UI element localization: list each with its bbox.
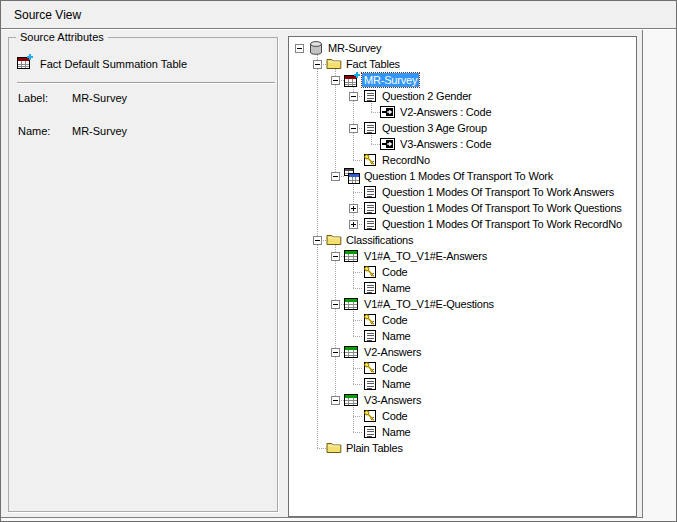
title-separator: [1, 28, 676, 30]
key-icon: [362, 408, 378, 424]
tree-node-label[interactable]: Question 1 Modes Of Transport To Work An…: [380, 185, 616, 199]
tree-node-label[interactable]: Classifications: [344, 233, 415, 247]
tree-node-label[interactable]: Code: [380, 361, 410, 375]
fact-table-icon: [17, 54, 33, 70]
list-icon: [362, 184, 378, 200]
bottom-gutter: [1, 518, 642, 521]
tree-row[interactable]: Question 1 Modes Of Transport To Work Re…: [290, 216, 635, 232]
tree-node-label[interactable]: Question 3 Age Group: [380, 121, 489, 135]
expander-minus-icon[interactable]: [331, 300, 340, 309]
tree-node-label[interactable]: Question 1 Modes Of Transport To Work Re…: [380, 217, 624, 231]
tree-row[interactable]: V2-Answers : Code: [290, 104, 635, 120]
tree-node-label[interactable]: Question 1 Modes Of Transport To Work: [362, 169, 555, 183]
tree-node-label[interactable]: V3-Answers: [362, 393, 423, 407]
tree-row[interactable]: Name: [290, 328, 635, 344]
arrow-into-icon: [380, 136, 396, 152]
expander-minus-icon[interactable]: [313, 60, 322, 69]
key-icon: [362, 264, 378, 280]
tree-node-label[interactable]: MR-Survey: [326, 41, 383, 55]
tree-row[interactable]: Name: [290, 376, 635, 392]
tree-node-label[interactable]: V1#A_TO_V1#E-Questions: [362, 297, 496, 311]
list-icon: [362, 200, 378, 216]
tree-row[interactable]: V1#A_TO_V1#E-Answers: [290, 248, 635, 264]
attributes-separator: [17, 82, 275, 84]
tree-row[interactable]: Code: [290, 264, 635, 280]
tree-row[interactable]: Classifications: [290, 232, 635, 248]
tree-node-label[interactable]: Question 2 Gender: [380, 89, 474, 103]
expander-minus-icon[interactable]: [331, 172, 340, 181]
tree-row[interactable]: Name: [290, 424, 635, 440]
tree-node-label[interactable]: V2-Answers : Code: [398, 105, 493, 119]
tree-row[interactable]: V1#A_TO_V1#E-Questions: [290, 296, 635, 312]
tree-node-label[interactable]: Name: [380, 281, 413, 295]
expander-minus-icon[interactable]: [331, 252, 340, 261]
tree-node-label[interactable]: V1#A_TO_V1#E-Answers: [362, 249, 489, 263]
tree-row[interactable]: Question 1 Modes Of Transport To Work: [290, 168, 635, 184]
multi-table-icon: [344, 168, 360, 184]
tree-row[interactable]: Question 3 Age Group: [290, 120, 635, 136]
tree-row[interactable]: Code: [290, 312, 635, 328]
tree-row[interactable]: Code: [290, 360, 635, 376]
tree-row[interactable]: Question 1 Modes Of Transport To Work Qu…: [290, 200, 635, 216]
class-table-icon: [344, 248, 360, 264]
expander-minus-icon[interactable]: [349, 92, 358, 101]
expander-plus-icon[interactable]: [349, 220, 358, 229]
tree-row[interactable]: Name: [290, 280, 635, 296]
expander-minus-icon[interactable]: [349, 124, 358, 133]
name-field-caption: Name:: [18, 125, 50, 137]
group-title: Source Attributes: [16, 31, 108, 43]
tree-row[interactable]: Fact Tables: [290, 56, 635, 72]
tree-node-label[interactable]: V3-Answers : Code: [398, 137, 493, 151]
folder-icon: [326, 56, 342, 72]
source-attributes-groupbox: [8, 37, 278, 512]
tree-node-label[interactable]: Name: [380, 425, 413, 439]
folder-icon: [326, 440, 342, 456]
tree-node-label[interactable]: Code: [380, 265, 410, 279]
expander-minus-icon[interactable]: [331, 396, 340, 405]
list-icon: [362, 376, 378, 392]
tree-node-label[interactable]: V2-Answers: [362, 345, 423, 359]
tree-node-label[interactable]: RecordNo: [380, 153, 432, 167]
tree-node-label[interactable]: MR-Survey: [362, 73, 419, 87]
right-gutter: [643, 30, 676, 521]
expander-minus-icon[interactable]: [313, 236, 322, 245]
tree-node-label[interactable]: Plain Tables: [344, 441, 405, 455]
tree-node-label[interactable]: Question 1 Modes Of Transport To Work Qu…: [380, 201, 624, 215]
tree-row[interactable]: MR-Survey: [290, 72, 635, 88]
class-table-icon: [344, 296, 360, 312]
tree-node-label[interactable]: Code: [380, 313, 410, 327]
tree-node-label[interactable]: Code: [380, 409, 410, 423]
tree-node-label[interactable]: Name: [380, 377, 413, 391]
tree-row[interactable]: Question 2 Gender: [290, 88, 635, 104]
fact-table-icon: [344, 72, 360, 88]
expander-plus-icon[interactable]: [349, 204, 358, 213]
key-icon: [362, 152, 378, 168]
key-icon: [362, 360, 378, 376]
tree-row[interactable]: V3-Answers : Code: [290, 136, 635, 152]
expander-minus-icon[interactable]: [331, 76, 340, 85]
list-icon: [362, 424, 378, 440]
source-tree-content[interactable]: MR-Survey Fact Tables MR-Survey Question…: [290, 38, 635, 515]
list-icon: [362, 88, 378, 104]
tree-row[interactable]: Plain Tables: [290, 440, 635, 456]
tree-row[interactable]: Code: [290, 408, 635, 424]
expander-minus-icon[interactable]: [331, 348, 340, 357]
table-type-label: Fact Default Summation Table: [40, 58, 187, 70]
label-field-caption: Label:: [18, 92, 48, 104]
tree-row[interactable]: MR-Survey: [290, 40, 635, 56]
list-icon: [362, 328, 378, 344]
list-icon: [362, 216, 378, 232]
class-table-icon: [344, 392, 360, 408]
tree-node-label[interactable]: Fact Tables: [344, 57, 402, 71]
key-icon: [362, 312, 378, 328]
tree-row[interactable]: Question 1 Modes Of Transport To Work An…: [290, 184, 635, 200]
page-title: Source View: [14, 8, 81, 22]
tree-node-label[interactable]: Name: [380, 329, 413, 343]
source-view-window: Source View Source Attributes Fact Defau…: [0, 0, 677, 522]
name-field-value: MR-Survey: [72, 125, 127, 137]
tree-row[interactable]: V3-Answers: [290, 392, 635, 408]
tree-row[interactable]: V2-Answers: [290, 344, 635, 360]
tree-row[interactable]: RecordNo: [290, 152, 635, 168]
source-tree[interactable]: MR-Survey Fact Tables MR-Survey Question…: [288, 36, 637, 517]
expander-minus-icon[interactable]: [295, 44, 304, 53]
